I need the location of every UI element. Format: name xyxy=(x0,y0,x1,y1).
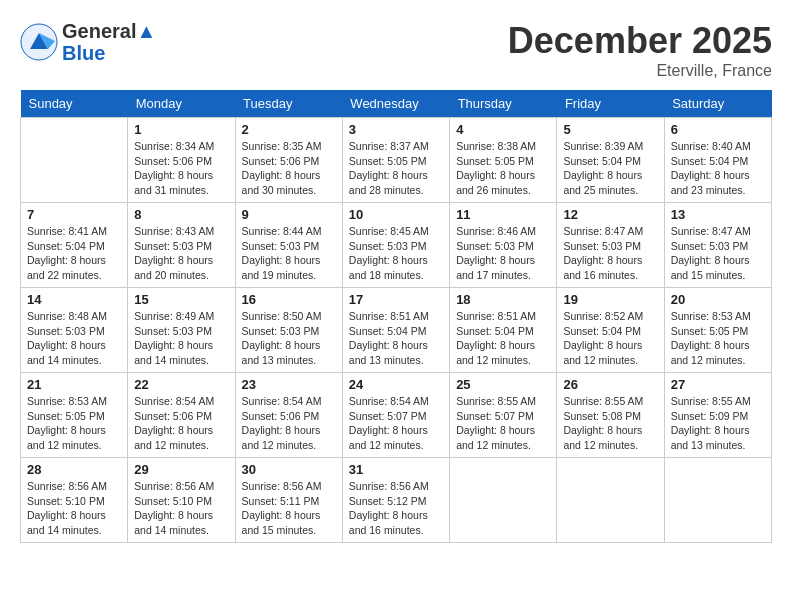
day-number: 2 xyxy=(242,122,336,137)
day-cell: 5Sunrise: 8:39 AM Sunset: 5:04 PM Daylig… xyxy=(557,118,664,203)
header-wednesday: Wednesday xyxy=(342,90,449,118)
day-cell: 15Sunrise: 8:49 AM Sunset: 5:03 PM Dayli… xyxy=(128,288,235,373)
day-number: 3 xyxy=(349,122,443,137)
week-row-4: 21Sunrise: 8:53 AM Sunset: 5:05 PM Dayli… xyxy=(21,373,772,458)
day-cell: 4Sunrise: 8:38 AM Sunset: 5:05 PM Daylig… xyxy=(450,118,557,203)
logo: General▲ Blue xyxy=(20,20,156,64)
day-info: Sunrise: 8:54 AM Sunset: 5:06 PM Dayligh… xyxy=(242,394,336,453)
day-info: Sunrise: 8:53 AM Sunset: 5:05 PM Dayligh… xyxy=(671,309,765,368)
day-number: 27 xyxy=(671,377,765,392)
day-cell: 3Sunrise: 8:37 AM Sunset: 5:05 PM Daylig… xyxy=(342,118,449,203)
day-cell: 28Sunrise: 8:56 AM Sunset: 5:10 PM Dayli… xyxy=(21,458,128,543)
day-cell: 2Sunrise: 8:35 AM Sunset: 5:06 PM Daylig… xyxy=(235,118,342,203)
day-number: 24 xyxy=(349,377,443,392)
day-number: 21 xyxy=(27,377,121,392)
header-sunday: Sunday xyxy=(21,90,128,118)
day-number: 15 xyxy=(134,292,228,307)
day-number: 10 xyxy=(349,207,443,222)
day-cell: 11Sunrise: 8:46 AM Sunset: 5:03 PM Dayli… xyxy=(450,203,557,288)
day-number: 28 xyxy=(27,462,121,477)
day-info: Sunrise: 8:50 AM Sunset: 5:03 PM Dayligh… xyxy=(242,309,336,368)
day-info: Sunrise: 8:38 AM Sunset: 5:05 PM Dayligh… xyxy=(456,139,550,198)
day-info: Sunrise: 8:56 AM Sunset: 5:11 PM Dayligh… xyxy=(242,479,336,538)
day-number: 7 xyxy=(27,207,121,222)
day-info: Sunrise: 8:43 AM Sunset: 5:03 PM Dayligh… xyxy=(134,224,228,283)
day-info: Sunrise: 8:35 AM Sunset: 5:06 PM Dayligh… xyxy=(242,139,336,198)
day-cell: 31Sunrise: 8:56 AM Sunset: 5:12 PM Dayli… xyxy=(342,458,449,543)
day-info: Sunrise: 8:46 AM Sunset: 5:03 PM Dayligh… xyxy=(456,224,550,283)
day-cell: 21Sunrise: 8:53 AM Sunset: 5:05 PM Dayli… xyxy=(21,373,128,458)
week-row-3: 14Sunrise: 8:48 AM Sunset: 5:03 PM Dayli… xyxy=(21,288,772,373)
day-cell: 17Sunrise: 8:51 AM Sunset: 5:04 PM Dayli… xyxy=(342,288,449,373)
header-friday: Friday xyxy=(557,90,664,118)
day-cell: 10Sunrise: 8:45 AM Sunset: 5:03 PM Dayli… xyxy=(342,203,449,288)
day-number: 13 xyxy=(671,207,765,222)
week-row-1: 1Sunrise: 8:34 AM Sunset: 5:06 PM Daylig… xyxy=(21,118,772,203)
day-cell: 14Sunrise: 8:48 AM Sunset: 5:03 PM Dayli… xyxy=(21,288,128,373)
title-block: December 2025 Eterville, France xyxy=(508,20,772,80)
day-info: Sunrise: 8:51 AM Sunset: 5:04 PM Dayligh… xyxy=(349,309,443,368)
day-info: Sunrise: 8:56 AM Sunset: 5:10 PM Dayligh… xyxy=(134,479,228,538)
header-tuesday: Tuesday xyxy=(235,90,342,118)
day-cell: 27Sunrise: 8:55 AM Sunset: 5:09 PM Dayli… xyxy=(664,373,771,458)
day-number: 18 xyxy=(456,292,550,307)
day-cell xyxy=(557,458,664,543)
day-info: Sunrise: 8:49 AM Sunset: 5:03 PM Dayligh… xyxy=(134,309,228,368)
day-info: Sunrise: 8:45 AM Sunset: 5:03 PM Dayligh… xyxy=(349,224,443,283)
logo-blue: Blue xyxy=(62,42,156,64)
day-cell: 1Sunrise: 8:34 AM Sunset: 5:06 PM Daylig… xyxy=(128,118,235,203)
day-cell: 16Sunrise: 8:50 AM Sunset: 5:03 PM Dayli… xyxy=(235,288,342,373)
day-info: Sunrise: 8:55 AM Sunset: 5:08 PM Dayligh… xyxy=(563,394,657,453)
day-number: 4 xyxy=(456,122,550,137)
day-number: 6 xyxy=(671,122,765,137)
day-cell xyxy=(450,458,557,543)
day-number: 16 xyxy=(242,292,336,307)
day-number: 11 xyxy=(456,207,550,222)
day-number: 31 xyxy=(349,462,443,477)
day-number: 9 xyxy=(242,207,336,222)
day-info: Sunrise: 8:56 AM Sunset: 5:12 PM Dayligh… xyxy=(349,479,443,538)
day-number: 8 xyxy=(134,207,228,222)
day-number: 5 xyxy=(563,122,657,137)
day-info: Sunrise: 8:44 AM Sunset: 5:03 PM Dayligh… xyxy=(242,224,336,283)
day-info: Sunrise: 8:47 AM Sunset: 5:03 PM Dayligh… xyxy=(671,224,765,283)
day-cell: 12Sunrise: 8:47 AM Sunset: 5:03 PM Dayli… xyxy=(557,203,664,288)
month-title: December 2025 xyxy=(508,20,772,62)
day-info: Sunrise: 8:37 AM Sunset: 5:05 PM Dayligh… xyxy=(349,139,443,198)
day-info: Sunrise: 8:47 AM Sunset: 5:03 PM Dayligh… xyxy=(563,224,657,283)
day-cell: 7Sunrise: 8:41 AM Sunset: 5:04 PM Daylig… xyxy=(21,203,128,288)
day-number: 20 xyxy=(671,292,765,307)
header-saturday: Saturday xyxy=(664,90,771,118)
day-number: 29 xyxy=(134,462,228,477)
calendar-table: Sunday Monday Tuesday Wednesday Thursday… xyxy=(20,90,772,543)
day-info: Sunrise: 8:53 AM Sunset: 5:05 PM Dayligh… xyxy=(27,394,121,453)
day-cell: 13Sunrise: 8:47 AM Sunset: 5:03 PM Dayli… xyxy=(664,203,771,288)
day-number: 22 xyxy=(134,377,228,392)
day-info: Sunrise: 8:56 AM Sunset: 5:10 PM Dayligh… xyxy=(27,479,121,538)
day-number: 23 xyxy=(242,377,336,392)
day-cell xyxy=(21,118,128,203)
day-number: 14 xyxy=(27,292,121,307)
day-number: 12 xyxy=(563,207,657,222)
day-cell: 6Sunrise: 8:40 AM Sunset: 5:04 PM Daylig… xyxy=(664,118,771,203)
day-cell: 20Sunrise: 8:53 AM Sunset: 5:05 PM Dayli… xyxy=(664,288,771,373)
day-info: Sunrise: 8:40 AM Sunset: 5:04 PM Dayligh… xyxy=(671,139,765,198)
day-info: Sunrise: 8:55 AM Sunset: 5:09 PM Dayligh… xyxy=(671,394,765,453)
location: Eterville, France xyxy=(508,62,772,80)
day-info: Sunrise: 8:41 AM Sunset: 5:04 PM Dayligh… xyxy=(27,224,121,283)
day-cell: 26Sunrise: 8:55 AM Sunset: 5:08 PM Dayli… xyxy=(557,373,664,458)
day-cell: 8Sunrise: 8:43 AM Sunset: 5:03 PM Daylig… xyxy=(128,203,235,288)
day-cell: 18Sunrise: 8:51 AM Sunset: 5:04 PM Dayli… xyxy=(450,288,557,373)
day-info: Sunrise: 8:48 AM Sunset: 5:03 PM Dayligh… xyxy=(27,309,121,368)
day-number: 25 xyxy=(456,377,550,392)
day-cell: 23Sunrise: 8:54 AM Sunset: 5:06 PM Dayli… xyxy=(235,373,342,458)
day-cell: 29Sunrise: 8:56 AM Sunset: 5:10 PM Dayli… xyxy=(128,458,235,543)
day-info: Sunrise: 8:34 AM Sunset: 5:06 PM Dayligh… xyxy=(134,139,228,198)
day-cell: 22Sunrise: 8:54 AM Sunset: 5:06 PM Dayli… xyxy=(128,373,235,458)
day-cell: 19Sunrise: 8:52 AM Sunset: 5:04 PM Dayli… xyxy=(557,288,664,373)
day-info: Sunrise: 8:54 AM Sunset: 5:07 PM Dayligh… xyxy=(349,394,443,453)
day-cell: 30Sunrise: 8:56 AM Sunset: 5:11 PM Dayli… xyxy=(235,458,342,543)
day-number: 26 xyxy=(563,377,657,392)
day-number: 30 xyxy=(242,462,336,477)
day-info: Sunrise: 8:52 AM Sunset: 5:04 PM Dayligh… xyxy=(563,309,657,368)
